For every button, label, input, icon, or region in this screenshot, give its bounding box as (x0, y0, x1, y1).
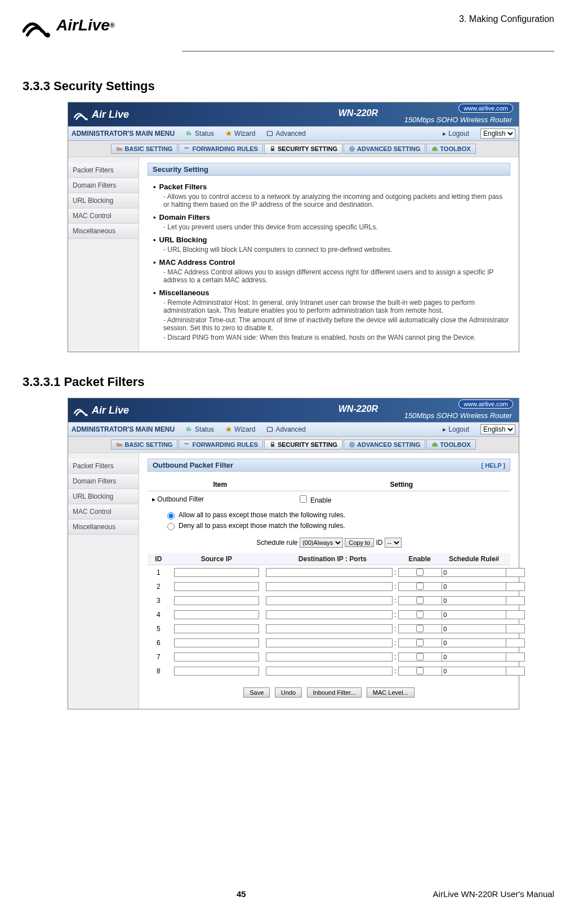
language-select[interactable]: English (480, 424, 515, 434)
src-ip-input[interactable] (174, 596, 259, 605)
schedule-rule-input[interactable] (442, 638, 506, 647)
row-enable-checkbox[interactable] (416, 611, 424, 618)
dst-ip-input[interactable] (266, 652, 393, 662)
svg-rect-2 (187, 132, 188, 135)
schedule-rule-input[interactable] (442, 610, 506, 619)
undo-button[interactable]: Undo (275, 687, 302, 698)
tab-basic-setting[interactable]: BASIC SETTING (111, 144, 177, 154)
sub-menu: BASIC SETTING FORWARDING RULES SECURITY … (68, 437, 519, 453)
url-badge[interactable]: www.airlive.com (458, 399, 513, 409)
arrows-icon (184, 441, 190, 448)
sidebar-item-url-blocking[interactable]: URL Blocking (68, 489, 139, 504)
menu-wizard[interactable]: Wizard (225, 425, 255, 433)
schedule-rule-input[interactable] (442, 596, 506, 605)
copy-to-button[interactable]: Copy to (345, 538, 374, 547)
menu-logout[interactable]: ▸ Logout (443, 425, 469, 433)
schedule-rule-input[interactable] (442, 652, 506, 662)
schedule-rule-input[interactable] (442, 667, 506, 676)
src-ip-input[interactable] (174, 610, 259, 619)
table-row: 5 : (148, 622, 510, 636)
src-ip-input[interactable] (174, 652, 259, 662)
schedule-rule-input[interactable] (442, 568, 506, 577)
dst-ip-input[interactable] (266, 568, 393, 577)
url-badge[interactable]: www.airlive.com (458, 104, 513, 113)
tab-forwarding-rules[interactable]: FORWARDING RULES (179, 144, 263, 154)
tab-toolbox[interactable]: TOOLBOX (426, 440, 475, 450)
item-head-miscellaneous: Miscellaneous (153, 288, 510, 297)
id-select[interactable]: -- (385, 538, 402, 548)
menu-status[interactable]: Status (186, 425, 214, 433)
item-desc-url-blocking: URL Blocking will block LAN computers to… (163, 246, 510, 254)
folder-icon (116, 441, 123, 448)
sidebar-item-domain-filters[interactable]: Domain Filters (68, 474, 139, 489)
tab-advsetting-label: ADVANCED SETTING (357, 145, 420, 152)
row-enable-checkbox[interactable] (416, 639, 424, 646)
mac-button[interactable]: MAC Level... (367, 687, 415, 698)
tab-basic-label: BASIC SETTING (124, 441, 172, 448)
table-row: 8 : (148, 664, 510, 678)
row-enable-checkbox[interactable] (416, 667, 424, 674)
svg-rect-21 (433, 444, 438, 447)
main-menu: ADMINISTRATOR's MAIN MENU Status Wizard … (68, 422, 519, 437)
dst-ip-input[interactable] (266, 610, 393, 619)
row-id: 8 (148, 664, 170, 678)
src-ip-input[interactable] (174, 582, 259, 591)
allow-radio[interactable] (167, 512, 175, 520)
dst-ip-input[interactable] (266, 638, 393, 647)
row-enable-checkbox[interactable] (416, 583, 424, 590)
row-enable-checkbox[interactable] (416, 597, 424, 604)
id-label: ID (376, 539, 383, 547)
tab-toolbox[interactable]: TOOLBOX (426, 144, 475, 154)
src-ip-input[interactable] (174, 568, 259, 577)
src-ip-input[interactable] (174, 638, 259, 647)
schedule-rule-input[interactable] (442, 624, 506, 633)
sidebar-item-packet-filters[interactable]: Packet Filters (68, 459, 139, 474)
lock-icon (269, 145, 276, 152)
tab-security-setting[interactable]: SECURITY SETTING (264, 440, 342, 450)
svg-rect-17 (268, 427, 273, 432)
section-title-security-settings: 3.3.3 Security Settings (23, 79, 554, 94)
menu-wizard-label: Wizard (234, 425, 255, 433)
menu-wizard[interactable]: Wizard (225, 130, 255, 137)
tab-basic-setting[interactable]: BASIC SETTING (111, 440, 177, 450)
advanced-icon (266, 130, 273, 137)
sidebar-item-url-blocking[interactable]: URL Blocking (68, 193, 139, 208)
deny-radio[interactable] (167, 523, 175, 530)
row-enable-checkbox[interactable] (416, 625, 424, 632)
src-ip-input[interactable] (174, 624, 259, 633)
tab-security-setting[interactable]: SECURITY SETTING (264, 144, 342, 154)
inbound-button[interactable]: Inbound Filter... (307, 687, 362, 698)
help-link[interactable]: [ HELP ] (481, 462, 505, 469)
menu-logout[interactable]: ▸ Logout (443, 130, 469, 137)
row-enable-checkbox[interactable] (416, 569, 424, 576)
row-id: 2 (148, 579, 170, 593)
arrows-icon (184, 145, 190, 152)
menu-advanced[interactable]: Advanced (266, 130, 305, 137)
tab-basic-label: BASIC SETTING (124, 145, 172, 152)
sidebar-item-packet-filters[interactable]: Packet Filters (68, 163, 139, 178)
save-button[interactable]: Save (243, 687, 270, 698)
sidebar-item-miscellaneous[interactable]: Miscellaneous (68, 520, 139, 535)
dst-ip-input[interactable] (266, 582, 393, 591)
schedule-select[interactable]: (00)Always (300, 538, 343, 548)
sidebar-item-domain-filters[interactable]: Domain Filters (68, 178, 139, 193)
sidebar-item-mac-control[interactable]: MAC Control (68, 208, 139, 224)
menu-advanced[interactable]: Advanced (266, 425, 305, 433)
menu-status[interactable]: Status (186, 130, 214, 137)
tab-advanced-setting[interactable]: ADVANCED SETTING (344, 440, 425, 450)
dst-ip-input[interactable] (266, 596, 393, 605)
src-ip-input[interactable] (174, 667, 259, 676)
tab-advanced-setting[interactable]: ADVANCED SETTING (344, 144, 425, 154)
enable-checkbox[interactable] (300, 495, 307, 503)
row-enable-checkbox[interactable] (416, 653, 424, 660)
dst-ip-input[interactable] (266, 624, 393, 633)
sidebar-item-miscellaneous[interactable]: Miscellaneous (68, 224, 139, 239)
menu-status-label: Status (195, 425, 214, 433)
dst-ip-input[interactable] (266, 667, 393, 676)
tab-forwarding-rules[interactable]: FORWARDING RULES (179, 440, 263, 450)
security-list: Packet Filters Allows you to control acc… (148, 183, 510, 341)
router-model: WN-220R (338, 108, 378, 118)
language-select[interactable]: English (480, 128, 515, 139)
schedule-rule-input[interactable] (442, 582, 506, 591)
sidebar-item-mac-control[interactable]: MAC Control (68, 504, 139, 520)
